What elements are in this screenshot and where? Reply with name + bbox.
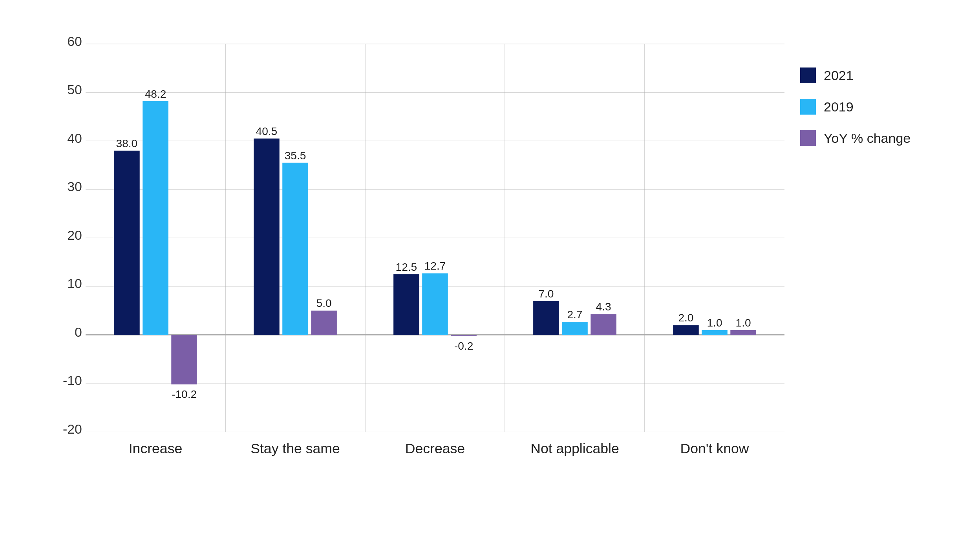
svg-text:2.0: 2.0 — [678, 312, 693, 324]
svg-text:-0.2: -0.2 — [454, 340, 473, 352]
legend-item: YoY % change — [800, 130, 942, 146]
svg-rect-26 — [254, 139, 280, 335]
svg-rect-50 — [673, 325, 699, 335]
svg-rect-22 — [171, 335, 197, 384]
svg-rect-34 — [393, 274, 419, 335]
svg-text:Don't know: Don't know — [680, 441, 750, 456]
legend: 20212019YoY % change — [784, 20, 942, 531]
svg-text:10: 10 — [67, 277, 82, 291]
legend-item: 2019 — [800, 99, 942, 115]
svg-text:30: 30 — [67, 180, 82, 194]
svg-rect-42 — [533, 301, 559, 335]
legend-swatch — [800, 99, 816, 115]
legend-label: 2021 — [824, 68, 854, 83]
svg-text:20: 20 — [67, 228, 82, 243]
svg-text:Stay the same: Stay the same — [250, 441, 340, 456]
svg-text:2.7: 2.7 — [567, 308, 582, 321]
svg-rect-28 — [282, 163, 308, 335]
legend-label: YoY % change — [824, 131, 911, 146]
svg-rect-30 — [311, 311, 337, 335]
svg-text:40: 40 — [67, 131, 82, 146]
chart-container: 6050403020100-10-2038.048.2-10.2Increase… — [38, 20, 942, 531]
svg-rect-18 — [114, 151, 140, 335]
legend-label: 2019 — [824, 99, 854, 115]
svg-text:5.0: 5.0 — [316, 297, 332, 310]
svg-text:Not applicable: Not applicable — [530, 441, 619, 456]
svg-rect-20 — [143, 101, 168, 335]
svg-text:4.3: 4.3 — [596, 301, 611, 313]
legend-swatch — [800, 130, 816, 146]
svg-text:-20: -20 — [63, 422, 82, 436]
chart-area: 6050403020100-10-2038.048.2-10.2Increase… — [38, 20, 784, 531]
svg-text:12.5: 12.5 — [396, 261, 417, 273]
svg-rect-54 — [730, 330, 756, 335]
svg-text:38.0: 38.0 — [116, 137, 138, 150]
svg-text:Decrease: Decrease — [405, 441, 465, 456]
svg-text:50: 50 — [67, 82, 82, 97]
svg-rect-36 — [422, 273, 448, 335]
svg-text:1.0: 1.0 — [736, 317, 751, 329]
svg-text:48.2: 48.2 — [145, 88, 166, 100]
svg-text:40.5: 40.5 — [256, 125, 278, 137]
svg-text:12.7: 12.7 — [424, 260, 446, 272]
svg-text:-10.2: -10.2 — [172, 388, 197, 400]
svg-rect-46 — [591, 314, 616, 335]
svg-text:-10: -10 — [63, 374, 82, 388]
svg-text:Increase: Increase — [129, 441, 183, 456]
svg-text:0: 0 — [75, 325, 82, 339]
legend-swatch — [800, 68, 816, 83]
svg-text:7.0: 7.0 — [538, 288, 554, 300]
chart-svg: 6050403020100-10-2038.048.2-10.2Increase… — [86, 44, 784, 468]
chart-inner: 6050403020100-10-2038.048.2-10.2Increase… — [86, 44, 784, 468]
svg-text:1.0: 1.0 — [707, 317, 722, 329]
svg-rect-38 — [451, 335, 477, 336]
legend-item: 2021 — [800, 68, 942, 83]
svg-text:35.5: 35.5 — [285, 150, 306, 162]
svg-rect-44 — [562, 322, 588, 335]
svg-text:60: 60 — [67, 34, 82, 49]
svg-rect-52 — [702, 330, 728, 335]
